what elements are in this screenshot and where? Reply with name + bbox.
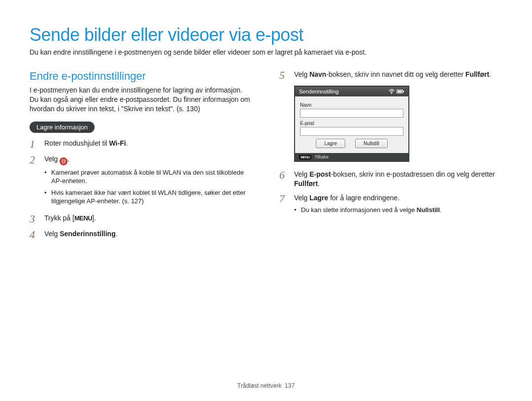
- step-text: -boksen, skriv inn e-postadressen din og…: [331, 170, 495, 178]
- status-icons: [389, 89, 404, 94]
- step-text: .: [67, 155, 69, 163]
- page-intro: Du kan endre innstillingene i e-postmeny…: [30, 48, 502, 56]
- manual-page: Sende bilder eller videoer via e-post Du…: [0, 0, 532, 401]
- wifi-label: Wi-Fi: [109, 139, 126, 147]
- menu-label: MENU: [74, 214, 92, 223]
- substep: Du kan slette informasjonen ved å velge …: [294, 206, 502, 215]
- step-number: 4: [30, 229, 38, 240]
- email-field-label: E-post: [300, 121, 403, 126]
- step-text: -boksen, skriv inn navnet ditt og velg d…: [326, 70, 465, 78]
- svg-rect-2: [398, 91, 402, 93]
- footer-page-number: 137: [285, 382, 295, 389]
- step-number: 7: [279, 193, 288, 204]
- step-text: .: [126, 139, 128, 147]
- page-title: Sende bilder eller videoer via e-post: [30, 25, 502, 45]
- step-text: Velg: [294, 194, 309, 202]
- step-2: 2 Velg . Kameraet prøver automatisk å ko…: [30, 154, 253, 209]
- step-text: .: [440, 206, 442, 214]
- step-bold: Senderinnstilling: [60, 230, 116, 238]
- email-field[interactable]: [300, 127, 403, 136]
- section-paragraph: I e-postmenyen kan du endre innstillinge…: [30, 86, 253, 114]
- step-6: 6 Velg E-post-boksen, skriv inn e-postad…: [279, 170, 502, 188]
- step-text: .: [116, 230, 118, 238]
- step-number: 5: [279, 70, 288, 81]
- email-icon: [60, 157, 67, 165]
- step-number: 2: [30, 154, 38, 165]
- steps-right-2: 6 Velg E-post-boksen, skriv inn e-postad…: [279, 170, 502, 217]
- step-bold: Navn: [309, 70, 326, 78]
- step-number: 1: [30, 139, 38, 150]
- step-text: Velg: [44, 155, 60, 163]
- step-bold: Fullført: [294, 180, 318, 187]
- step-7: 7 Velg Lagre for å lagre endringene. Du …: [279, 193, 502, 217]
- section-subtitle: Endre e-postinnstillinger: [30, 70, 253, 83]
- step-text: Velg: [294, 170, 309, 178]
- step-text: .: [489, 70, 491, 78]
- columns: Endre e-postinnstillinger I e-postmenyen…: [30, 70, 502, 245]
- dialog-header: Senderinnstilling: [295, 87, 408, 96]
- name-field-label: Navn: [300, 102, 403, 108]
- battery-icon: [397, 89, 404, 94]
- step-bold: Fullført: [466, 70, 489, 78]
- reset-button[interactable]: Nullstill: [355, 139, 388, 148]
- step-2-sub: Kameraet prøver automatisk å koble til W…: [44, 168, 253, 206]
- step-bold: E-post: [309, 170, 331, 178]
- step-7-sub: Du kan slette informasjonen ved å velge …: [294, 206, 502, 215]
- step-1: 1 Roter modushjulet til Wi-Fi.: [30, 139, 253, 150]
- substep: Kameraet prøver automatisk å koble til W…: [44, 168, 253, 185]
- back-label: Tilbake: [314, 154, 329, 159]
- step-text: Velg: [294, 70, 309, 78]
- step-bold: Lagre: [309, 194, 328, 202]
- step-text: .: [318, 180, 320, 187]
- dialog-title: Senderinnstilling: [299, 89, 389, 94]
- footer-section: Trådløst nettverk: [237, 382, 282, 389]
- step-3: 3 Trykk på [MENU].: [30, 214, 253, 224]
- page-footer: Trådløst nettverk 137: [0, 382, 532, 389]
- topic-pill: Lagre informasjon: [30, 122, 95, 133]
- step-text: ].: [92, 214, 96, 222]
- steps-right: 5 Velg Navn-boksen, skriv inn navnet dit…: [279, 70, 502, 81]
- step-bold: Nullstill: [417, 206, 440, 214]
- step-number: 6: [279, 170, 288, 181]
- dialog-body: Navn E-post Lagre Nullstill: [295, 96, 408, 153]
- step-number: 3: [30, 214, 38, 224]
- wifi-icon: [389, 89, 395, 94]
- svg-rect-3: [403, 91, 404, 93]
- step-text: Roter modushjulet til: [44, 139, 109, 147]
- step-text: Trykk på [: [44, 214, 74, 222]
- name-field[interactable]: [300, 109, 403, 118]
- left-column: Endre e-postinnstillinger I e-postmenyen…: [30, 70, 253, 245]
- substep: Hvis kameraet ikke har vært koblet til W…: [44, 188, 253, 206]
- step-text: Du kan slette informasjonen ved å velge: [301, 206, 417, 214]
- camera-dialog: Senderinnstilling Navn E-post: [294, 86, 409, 162]
- menu-chip-icon: MENU: [299, 155, 311, 159]
- dialog-footer: MENU Tilbake: [295, 153, 408, 161]
- svg-point-0: [391, 93, 392, 94]
- step-5: 5 Velg Navn-boksen, skriv inn navnet dit…: [279, 70, 502, 81]
- right-column: 5 Velg Navn-boksen, skriv inn navnet dit…: [279, 70, 502, 245]
- step-4: 4 Velg Senderinnstilling.: [30, 229, 253, 240]
- save-button[interactable]: Lagre: [316, 139, 345, 148]
- step-text: Velg: [44, 230, 60, 238]
- step-text: for å lagre endringene.: [328, 194, 399, 202]
- steps-left: 1 Roter modushjulet til Wi-Fi. 2 Velg . …: [30, 139, 253, 240]
